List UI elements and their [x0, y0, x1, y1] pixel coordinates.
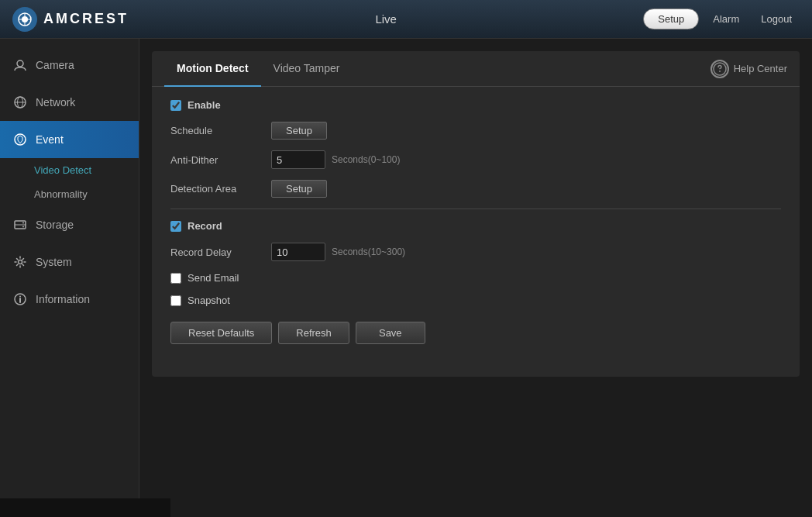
svg-point-16 — [19, 296, 21, 298]
record-checkbox-row[interactable]: Record — [170, 220, 781, 232]
system-icon — [12, 254, 28, 270]
form-body: Enable Schedule Setup Anti-Dither Second… — [152, 87, 800, 357]
sidebar-label-system: System — [36, 256, 72, 268]
save-button[interactable]: Save — [356, 322, 425, 344]
detection-area-setup-button[interactable]: Setup — [271, 180, 327, 198]
svg-point-12 — [22, 226, 24, 228]
bottom-bar — [0, 498, 170, 517]
record-delay-input[interactable] — [271, 243, 325, 261]
sidebar-item-information[interactable]: Information — [0, 281, 139, 318]
alarm-link[interactable]: Alarm — [705, 13, 747, 25]
anti-dither-row: Anti-Dither Seconds(0~100) — [170, 150, 781, 169]
send-email-checkbox[interactable] — [170, 273, 181, 284]
sidebar: Camera Network Event Video Detect — [0, 39, 139, 517]
snapshot-label: Snapshot — [188, 295, 230, 306]
sidebar-item-system[interactable]: System — [0, 243, 139, 281]
anti-dither-input[interactable] — [271, 150, 325, 169]
help-center-label: Help Center — [734, 63, 787, 74]
event-icon — [12, 132, 28, 147]
tab-video-tamper[interactable]: Video Tamper — [261, 51, 353, 87]
content-panel: Motion Detect Video Tamper Help Center — [152, 51, 800, 377]
sidebar-sub-abnormality[interactable]: Abnormality — [0, 182, 139, 206]
record-delay-hint: Seconds(10~300) — [332, 246, 405, 257]
sidebar-label-camera: Camera — [36, 59, 74, 71]
sidebar-sub-video-detect[interactable]: Video Detect — [0, 158, 139, 182]
logout-link[interactable]: Logout — [753, 13, 800, 25]
enable-checkbox[interactable] — [170, 100, 181, 111]
logo: AMCREST — [12, 7, 129, 32]
sidebar-item-event[interactable]: Event — [0, 121, 139, 158]
sidebar-item-network[interactable]: Network — [0, 84, 139, 121]
content-area: Motion Detect Video Tamper Help Center — [139, 39, 812, 517]
record-checkbox[interactable] — [170, 221, 181, 232]
help-icon — [710, 60, 729, 78]
svg-point-4 — [17, 60, 23, 67]
enable-checkbox-row[interactable]: Enable — [170, 99, 781, 111]
divider — [170, 209, 781, 209]
topbar: AMCREST Live Setup Alarm Logout — [0, 0, 812, 39]
record-delay-row: Record Delay Seconds(10~300) — [170, 243, 781, 261]
record-delay-label: Record Delay — [170, 246, 271, 258]
detection-area-row: Detection Area Setup — [170, 180, 781, 198]
main-layout: Camera Network Event Video Detect — [0, 39, 812, 517]
sidebar-label-event: Event — [36, 133, 64, 146]
schedule-setup-button[interactable]: Setup — [271, 122, 327, 140]
detection-area-label: Detection Area — [170, 183, 271, 195]
anti-dither-hint: Seconds(0~100) — [332, 154, 400, 165]
svg-point-11 — [22, 222, 24, 224]
refresh-button[interactable]: Refresh — [278, 322, 349, 344]
sidebar-item-storage[interactable]: Storage — [0, 206, 139, 243]
snapshot-row[interactable]: Snapshot — [170, 295, 781, 306]
svg-point-18 — [719, 71, 721, 72]
information-icon — [12, 291, 28, 307]
sidebar-label-storage: Storage — [36, 219, 74, 231]
tab-motion-detect[interactable]: Motion Detect — [164, 51, 261, 87]
network-icon — [12, 95, 28, 110]
sidebar-item-camera[interactable]: Camera — [0, 47, 139, 84]
camera-icon — [12, 57, 28, 73]
help-center-button[interactable]: Help Center — [710, 60, 787, 78]
action-buttons: Reset Defaults Refresh Save — [170, 322, 781, 344]
send-email-label: Send Email — [188, 272, 239, 284]
enable-label: Enable — [188, 99, 221, 111]
record-label: Record — [188, 220, 222, 232]
logo-icon — [12, 7, 37, 32]
setup-button[interactable]: Setup — [643, 9, 699, 29]
schedule-label: Schedule — [170, 125, 271, 136]
schedule-row: Schedule Setup — [170, 122, 781, 140]
topbar-center: Live — [129, 12, 643, 26]
reset-defaults-button[interactable]: Reset Defaults — [170, 322, 272, 344]
topbar-right: Setup Alarm Logout — [643, 9, 800, 29]
anti-dither-label: Anti-Dither — [170, 154, 271, 166]
logo-text: AMCREST — [43, 11, 129, 27]
storage-icon — [12, 217, 28, 233]
svg-point-13 — [19, 260, 22, 264]
sidebar-label-information: Information — [36, 293, 90, 305]
sidebar-label-network: Network — [36, 96, 75, 109]
snapshot-checkbox[interactable] — [170, 295, 181, 306]
tab-bar: Motion Detect Video Tamper Help Center — [152, 51, 800, 87]
send-email-row[interactable]: Send Email — [170, 272, 781, 284]
live-link[interactable]: Live — [375, 12, 397, 26]
